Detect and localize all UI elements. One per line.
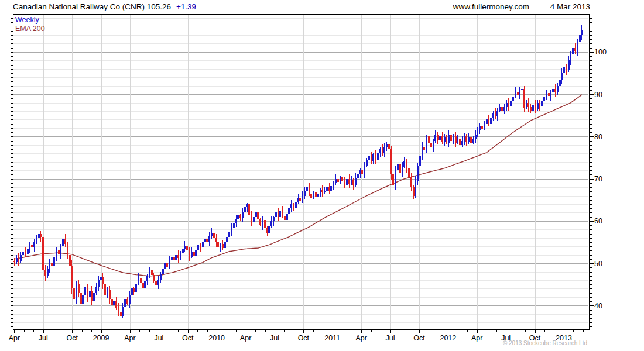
major-gridlines — [13, 53, 588, 306]
svg-text:90: 90 — [594, 91, 602, 99]
svg-text:Oct: Oct — [182, 334, 194, 342]
svg-text:40: 40 — [594, 302, 602, 310]
svg-text:Oct: Oct — [66, 334, 78, 342]
svg-text:Apr: Apr — [355, 334, 366, 342]
legend-weekly: Weekly — [15, 16, 39, 24]
svg-text:80: 80 — [594, 133, 602, 141]
svg-text:60: 60 — [594, 217, 602, 225]
svg-text:Jul: Jul — [270, 334, 279, 342]
svg-text:Apr: Apr — [9, 334, 20, 342]
minor-gridlines — [13, 19, 588, 323]
price-chart: 405060708090100AprJulOct2009AprJulOct201… — [0, 0, 644, 351]
svg-text:Apr: Apr — [124, 334, 135, 342]
svg-text:Oct: Oct — [413, 334, 425, 342]
svg-text:Jul: Jul — [39, 334, 48, 342]
y-axis-labels: 405060708090100 — [594, 48, 607, 309]
legend-ema-200: EMA 200 — [15, 25, 45, 33]
svg-text:2010: 2010 — [208, 334, 225, 342]
svg-text:2011: 2011 — [324, 334, 340, 342]
svg-text:70: 70 — [594, 175, 602, 183]
plot-border — [13, 15, 590, 330]
x-axis-labels: AprJulOct2009AprJulOct2010AprJulOct2011A… — [9, 334, 572, 342]
svg-text:100: 100 — [594, 48, 607, 56]
svg-text:2012: 2012 — [440, 334, 456, 342]
ema-line — [14, 95, 582, 276]
svg-text:50: 50 — [594, 260, 602, 268]
svg-text:2009: 2009 — [93, 334, 109, 342]
copyright-notice: © 2013 Stockcube Research Ltd — [503, 340, 587, 346]
svg-text:Jul: Jul — [386, 334, 395, 342]
svg-text:Oct: Oct — [298, 334, 310, 342]
svg-text:Apr: Apr — [240, 334, 251, 342]
svg-text:Jul: Jul — [154, 334, 163, 342]
svg-text:Apr: Apr — [471, 334, 482, 342]
vertical-gridlines — [44, 15, 564, 329]
